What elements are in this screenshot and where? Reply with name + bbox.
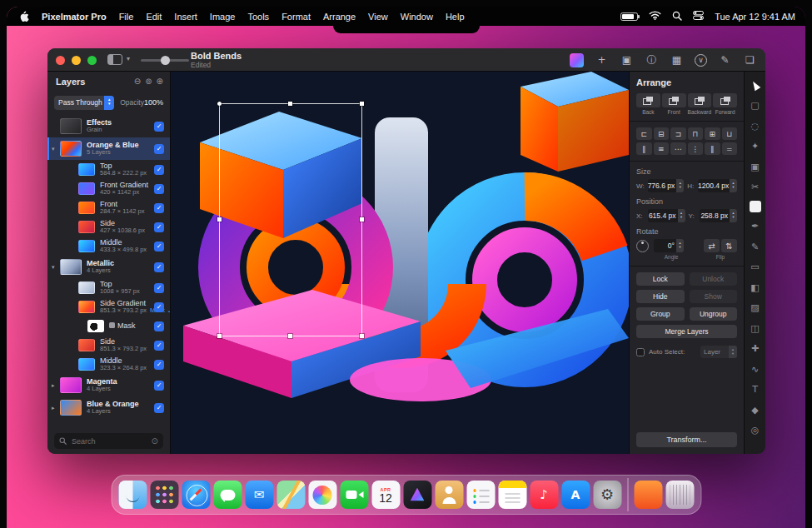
- dock-finder[interactable]: [118, 481, 147, 509]
- layers-search-input[interactable]: [70, 436, 148, 446]
- order-button[interactable]: [713, 93, 737, 107]
- hide-button[interactable]: Hide: [636, 290, 685, 303]
- selection-box[interactable]: [219, 103, 362, 336]
- space-v-icon[interactable]: ⋮: [688, 142, 704, 155]
- dock-calendar[interactable]: APR 12: [371, 481, 400, 509]
- equal-width-icon[interactable]: ‖: [705, 142, 720, 155]
- more-options-icon[interactable]: ∨: [695, 54, 707, 67]
- format-brush-icon[interactable]: ✎: [718, 53, 732, 67]
- selection-handle[interactable]: [360, 217, 364, 222]
- dock-trash[interactable]: [665, 481, 694, 509]
- menu-item[interactable]: View: [368, 12, 388, 22]
- dock-pixelmator-pro[interactable]: [403, 481, 431, 509]
- selection-handle[interactable]: [217, 102, 222, 106]
- layer-visibility-checkbox[interactable]: ✓: [154, 403, 164, 413]
- zoom-slider-knob[interactable]: [161, 56, 170, 65]
- wifi-icon[interactable]: [649, 11, 661, 22]
- dock-reminders[interactable]: [466, 481, 495, 509]
- pen-tool[interactable]: ✒: [749, 220, 762, 233]
- menu-app-name[interactable]: Pixelmator Pro: [42, 12, 107, 22]
- space-h-icon[interactable]: ⋯: [670, 142, 686, 155]
- search-filter-icon[interactable]: ⊙: [152, 436, 158, 446]
- shape-tool[interactable]: ◆: [749, 403, 762, 416]
- layer-visibility-checkbox[interactable]: ✓: [154, 283, 164, 293]
- group-button[interactable]: Group: [636, 307, 685, 321]
- x-field[interactable]: 615.4 px▲▼: [648, 209, 685, 222]
- angle-field[interactable]: 0°▲▼: [654, 239, 684, 252]
- selection-handle[interactable]: [360, 334, 364, 338]
- align-bottom-icon[interactable]: ⊔: [722, 127, 738, 140]
- layer-row[interactable]: Middle 323.3 × 264.8 px ✓: [47, 355, 170, 374]
- dock-photos[interactable]: [308, 481, 336, 509]
- rotate-knob[interactable]: [636, 240, 649, 252]
- align-right-icon[interactable]: ⊐: [670, 127, 686, 140]
- layer-visibility-checkbox[interactable]: ✓: [154, 144, 164, 154]
- height-stepper[interactable]: ▲▼: [730, 179, 737, 192]
- auto-select-dropdown[interactable]: Layer ▲▼: [700, 346, 737, 358]
- select-marquee-tool[interactable]: ▢: [749, 99, 762, 112]
- layer-row[interactable]: Mask ✓: [47, 316, 170, 336]
- dock-music[interactable]: ♪: [530, 481, 558, 509]
- distribute-h-icon[interactable]: ∥: [636, 142, 652, 155]
- clone-tool[interactable]: ◫: [749, 321, 762, 335]
- dock-launchpad[interactable]: [150, 481, 178, 509]
- color-swatch[interactable]: [750, 201, 761, 212]
- layer-visibility-checkbox[interactable]: ✓: [154, 262, 164, 272]
- dock-contacts[interactable]: [435, 481, 463, 509]
- sidebar-toggle-icon[interactable]: [107, 54, 122, 65]
- battery-icon[interactable]: [620, 12, 638, 21]
- layer-visibility-checkbox[interactable]: ✓: [154, 381, 164, 391]
- layer-disclosure-icon[interactable]: ▸: [52, 405, 60, 411]
- crop-icon[interactable]: ▦: [670, 53, 684, 67]
- dock-notes[interactable]: [498, 481, 526, 509]
- layer-visibility-checkbox[interactable]: ✓: [154, 341, 164, 351]
- insert-photo-icon[interactable]: ▣: [620, 53, 634, 67]
- layer-visibility-checkbox[interactable]: ✓: [154, 203, 164, 213]
- style-swatch-icon[interactable]: [570, 53, 584, 67]
- warp-tool[interactable]: ∿: [749, 362, 762, 376]
- layer-row[interactable]: Front 284.7 × 1142 px ✓: [47, 198, 170, 217]
- dock-safari[interactable]: [182, 481, 210, 509]
- ungroup-button[interactable]: Ungroup: [690, 307, 738, 321]
- control-center-icon[interactable]: [693, 11, 704, 22]
- order-button[interactable]: [662, 93, 686, 107]
- menu-item[interactable]: Format: [281, 12, 311, 22]
- layer-row[interactable]: Front Gradient 420 × 1142 px ✓: [47, 179, 170, 198]
- view-windows-icon[interactable]: ❏: [743, 53, 757, 67]
- paint-tool[interactable]: ✎: [749, 240, 762, 253]
- canvas[interactable]: [171, 72, 629, 454]
- x-stepper[interactable]: ▲▼: [678, 209, 685, 222]
- type-tool[interactable]: T: [749, 383, 762, 396]
- show-button[interactable]: Show: [690, 290, 738, 303]
- selection-handle[interactable]: [217, 217, 222, 222]
- menu-item[interactable]: File: [119, 12, 134, 22]
- width-stepper[interactable]: ▲▼: [676, 179, 684, 192]
- menu-clock[interactable]: Tue Apr 12 9:41 AM: [715, 12, 795, 22]
- layer-row[interactable]: Top 1008 × 957 px ✓: [47, 278, 170, 297]
- dock-maps[interactable]: [276, 481, 305, 509]
- dock-facetime[interactable]: [340, 481, 368, 509]
- menu-item[interactable]: Tools: [247, 12, 269, 22]
- align-center-h-icon[interactable]: ⊟: [654, 127, 670, 140]
- menu-item[interactable]: Window: [401, 12, 433, 22]
- layer-visibility-checkbox[interactable]: ✓: [154, 184, 164, 194]
- angle-stepper[interactable]: ▲▼: [676, 239, 684, 252]
- selection-handle[interactable]: [288, 102, 292, 106]
- fill-tool[interactable]: ◧: [749, 281, 762, 294]
- remove-layer-icon[interactable]: ⊖: [134, 77, 141, 86]
- distribute-v-icon[interactable]: ≡: [654, 142, 670, 155]
- add-layer-icon[interactable]: ⊕: [157, 77, 163, 86]
- flip-vertical-icon[interactable]: ⇅: [721, 239, 737, 252]
- menu-item[interactable]: Help: [446, 12, 465, 22]
- layer-disclosure-icon[interactable]: ▸: [52, 382, 60, 389]
- window-titlebar[interactable]: ▾ Bold Bends Edited +▣ⓘ▦∨✎❏: [47, 48, 765, 72]
- selection-handle[interactable]: [360, 102, 364, 106]
- layer-visibility-checkbox[interactable]: ✓: [154, 222, 164, 232]
- quick-select-tool[interactable]: ✦: [749, 140, 762, 153]
- dock-app-store[interactable]: A: [561, 481, 590, 509]
- zoom-slider[interactable]: [141, 59, 189, 62]
- layer-visibility-checkbox[interactable]: ✓: [154, 242, 164, 252]
- layer-row[interactable]: ▾ Orange & Blue 5 Layers ✓: [47, 137, 170, 160]
- slice-tool[interactable]: ✂: [749, 181, 762, 194]
- crop-tool[interactable]: ▣: [749, 160, 762, 173]
